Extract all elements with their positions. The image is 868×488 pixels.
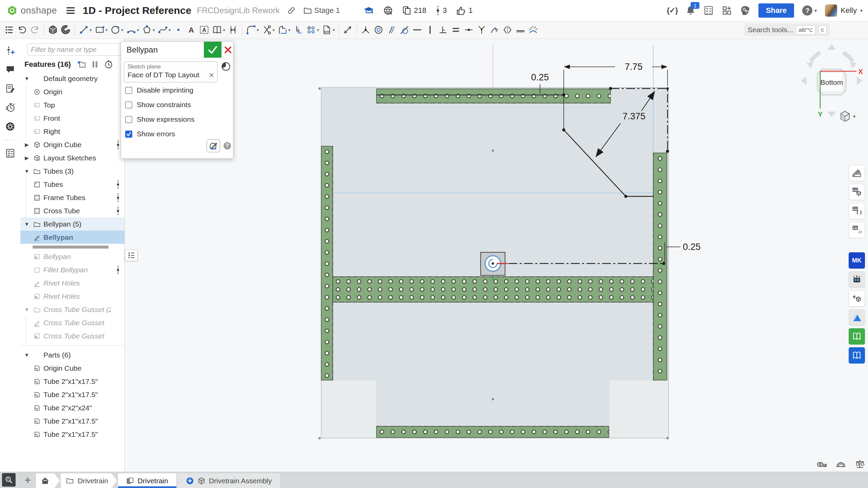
robot-assistant-app-icon[interactable] xyxy=(849,271,865,288)
app-store-icon[interactable] xyxy=(722,5,732,16)
likes-stat[interactable]: 1 xyxy=(456,6,472,15)
tape-measure-icon[interactable] xyxy=(816,458,827,469)
sketch-circle-tool[interactable]: ▾ xyxy=(109,22,125,37)
graphics-area[interactable]: 0.25 7.75 7.375 0.25 xyxy=(124,39,868,472)
sketch-plane-field[interactable]: Sketch plane Face of DT Top Layout ✕ xyxy=(124,61,217,82)
cut-list-icon[interactable] xyxy=(4,148,16,159)
feature-list-flyout-button[interactable] xyxy=(125,250,138,261)
constraint-coincident-tool[interactable] xyxy=(359,22,372,37)
home-tab[interactable] xyxy=(36,473,60,488)
feature-state-dots-icon[interactable] xyxy=(116,265,120,275)
tree-row[interactable]: Cross Tube Gusset xyxy=(20,316,124,329)
history-icon[interactable] xyxy=(4,102,16,113)
expander-down-icon[interactable]: ▼ xyxy=(23,76,31,81)
ai-advisor-icon[interactable] xyxy=(740,5,750,16)
tab-drivetrain-assembly[interactable]: Drivetrain Assembly xyxy=(178,473,280,488)
copies-stat[interactable]: 218 xyxy=(402,6,426,15)
mkcad-app-icon[interactable]: MK xyxy=(849,252,865,269)
main-menu-icon[interactable] xyxy=(66,6,75,15)
onshape-logo[interactable]: onshape xyxy=(7,5,57,16)
search-tabs-button[interactable] xyxy=(2,473,16,487)
tree-row[interactable]: Frame Tubes xyxy=(20,191,124,204)
tree-row[interactable]: Top xyxy=(20,98,124,112)
sketch-project-tool[interactable]: ▾ xyxy=(276,22,292,37)
sketch-pattern-circular-tool[interactable]: ▾ xyxy=(305,22,321,37)
sketch-point-tool[interactable] xyxy=(172,22,185,37)
sketch-use-tool[interactable]: ▾ xyxy=(211,22,227,37)
checkbox-box[interactable] xyxy=(125,116,132,123)
constraint-concentric-tool[interactable] xyxy=(372,22,385,37)
edu-badge-icon[interactable] xyxy=(364,6,374,15)
sketch-fillet-tool[interactable]: ▾ xyxy=(245,22,261,37)
featurescript-check-icon[interactable]: {✓} xyxy=(667,6,678,15)
derived-parts-app-icon[interactable] xyxy=(849,290,865,307)
view-mode-selector[interactable]: ▾ xyxy=(840,111,855,122)
mass-properties-icon[interactable] xyxy=(854,458,865,469)
notifications-bell[interactable]: 1 xyxy=(686,5,695,16)
undo-tool[interactable] xyxy=(16,22,28,37)
tree-row[interactable]: ▼Parts (6) xyxy=(20,348,124,362)
sketch-pattern-linear-tool[interactable] xyxy=(292,22,305,37)
sketch-rectangle-tool[interactable]: ▾ xyxy=(93,22,109,37)
constraint-vertical-tool[interactable] xyxy=(424,22,437,37)
constraint-pierce-tool[interactable] xyxy=(514,22,527,37)
sketch-dimension-tool[interactable] xyxy=(341,22,354,37)
sketch-line-tool[interactable]: ▾ xyxy=(77,22,93,37)
share-button[interactable]: Share xyxy=(758,3,794,18)
tree-row[interactable]: Bellypan xyxy=(20,231,124,244)
expander-down-icon[interactable]: ▼ xyxy=(23,307,31,312)
workspace-selector[interactable]: Stage 1 xyxy=(303,6,340,15)
release-notes-icon[interactable] xyxy=(4,83,16,94)
view-cube[interactable]: Bottom X Y xyxy=(796,40,867,125)
configuration-table-icon[interactable] xyxy=(849,184,865,200)
rollback-bar[interactable] xyxy=(33,246,109,249)
sketch-offset-tool[interactable] xyxy=(227,22,239,37)
expander-right-icon[interactable]: ▶ xyxy=(23,142,31,148)
sketch-spline-tool[interactable]: ▾ xyxy=(156,22,172,37)
tree-row[interactable]: Cross Tube xyxy=(20,204,124,217)
tree-row[interactable]: Rivet Holes xyxy=(20,290,124,303)
sketch-polygon-tool[interactable]: ▾ xyxy=(140,22,156,37)
constraint-normal-tool[interactable] xyxy=(475,22,488,37)
library-green-app-icon[interactable] xyxy=(849,328,865,345)
sketch-trim-tool[interactable]: ▾ xyxy=(260,22,276,37)
user-menu[interactable]: Kelly ▾ xyxy=(825,4,863,17)
tree-row[interactable]: Right xyxy=(20,125,124,138)
constraint-equal-tool[interactable] xyxy=(449,22,462,37)
sketch-import-dxf-tool[interactable]: DXF▾ xyxy=(321,22,336,37)
sketch-view[interactable]: 0.25 7.75 7.375 0.25 xyxy=(124,39,868,472)
tree-row[interactable]: ▶Layout Sketches xyxy=(20,151,124,164)
dialog-help-icon[interactable]: ? xyxy=(224,142,231,150)
kinematics-app-icon[interactable] xyxy=(849,309,865,326)
constraint-parallel-tool[interactable] xyxy=(385,22,398,37)
sketch-text-tool[interactable]: A xyxy=(185,22,198,37)
dim-top-offset[interactable]: 0.25 xyxy=(531,72,549,82)
tree-row[interactable]: Tube 2"x2"x24" xyxy=(20,401,124,414)
checkbox-box[interactable] xyxy=(125,131,132,138)
view-cube-face-label[interactable]: Bottom xyxy=(821,78,843,86)
tree-row[interactable]: Tube 2"x1"x17.5" xyxy=(20,428,124,441)
revolve-tool[interactable] xyxy=(59,22,72,37)
checkbox-disable-imprinting[interactable]: Disable imprinting xyxy=(125,86,193,94)
tree-row[interactable]: Bellypan xyxy=(20,250,124,263)
sketch-arc-tool[interactable]: ▾ xyxy=(125,22,141,37)
constraint-perpendicular-tool[interactable] xyxy=(437,22,449,37)
comments-icon[interactable] xyxy=(4,64,16,75)
dim-right-offset[interactable]: 0.25 xyxy=(683,242,701,252)
tree-row[interactable]: Tube 2"x1"x17.5" xyxy=(20,388,124,401)
checkbox-show-constraints[interactable]: Show constraints xyxy=(125,101,191,109)
tree-row[interactable]: Cross Tube Gusset xyxy=(20,329,124,343)
tree-row[interactable]: Origin xyxy=(20,85,124,98)
rollback-history-icon[interactable] xyxy=(104,60,113,69)
dim-width[interactable]: 7.75 xyxy=(625,62,643,72)
library-blue-app-icon[interactable] xyxy=(849,347,865,364)
constraint-curvature-tool[interactable] xyxy=(488,22,501,37)
custom-features-icon[interactable] xyxy=(4,121,16,132)
extrude-tool[interactable] xyxy=(46,22,59,37)
tree-row[interactable]: Tube 2"x1"x17.5" xyxy=(20,414,124,428)
redo-tool[interactable] xyxy=(28,22,41,37)
tree-row[interactable]: ▼Default geometry xyxy=(20,72,124,85)
constraint-symmetric-tool[interactable] xyxy=(501,22,514,37)
feature-state-dots-icon[interactable] xyxy=(116,180,120,189)
feature-name-input[interactable] xyxy=(126,45,198,55)
